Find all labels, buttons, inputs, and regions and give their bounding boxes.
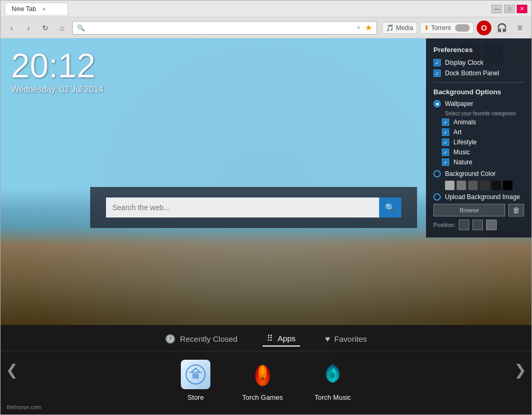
torch-games-svg [249,360,276,389]
torrent-toggle[interactable] [455,24,470,32]
torrent-icon: ⬆ [424,24,429,32]
browser-tab[interactable]: New Tab × [5,3,68,15]
dock-left-arrow[interactable]: ❮ [6,361,18,379]
swatch-5[interactable] [491,181,501,190]
media-label: Media [396,24,413,32]
clock-date: Wednesday, 02 Jul 2014 [11,85,103,94]
swatch-3[interactable] [468,181,478,190]
home-btn[interactable]: ⌂ [55,21,69,35]
swatch-1[interactable] [445,181,454,190]
bg-color-option[interactable]: Background Color [433,170,524,177]
bookmark-star-icon[interactable]: ★ [365,23,372,33]
svg-point-4 [260,366,265,374]
dock-bottom-option[interactable]: Dock Bottom Panel [433,70,524,77]
search-container: 🔍 [90,187,417,228]
bg-color-label: Background Color [445,170,496,177]
torch-music-label: Torch Music [314,393,351,401]
bg-options-title: Background Options [433,88,524,96]
app-torch-games[interactable]: Torch Games [242,360,283,401]
nature-checkbox[interactable] [442,159,449,166]
torrent-btn[interactable]: ⬆ Torrent [420,22,473,34]
display-clock-checkbox[interactable] [433,59,441,66]
nav-bar: ‹ › ↻ ⌂ 🔍 ▼ ★ 🎵 Media ⬆ Torrent O 🎧 ≡ [1,17,531,38]
lifestyle-checkbox[interactable] [442,139,449,146]
torrent-label: Torrent [431,24,451,32]
svg-point-6 [330,372,335,379]
clock-time: 20:12 [11,49,103,83]
app-torch-music[interactable]: Torch Music [314,360,351,401]
browser-menu-btn[interactable]: ≡ [512,21,527,35]
svg-point-5 [261,377,264,380]
preferences-panel: Preferences Display Clock Dock Bottom Pa… [426,38,531,238]
dock-bottom-checkbox[interactable] [433,70,441,77]
browser-window: New Tab × — □ ✕ ‹ › ↻ ⌂ 🔍 ▼ ★ 🎵 Media ⬆ [0,0,532,415]
category-music[interactable]: Music [442,149,524,156]
position-icon-2[interactable] [472,220,483,230]
tab-favorites[interactable]: ♥ Favorites [321,332,371,346]
close-btn[interactable]: ✕ [517,5,527,13]
category-lifestyle[interactable]: Lifestyle [442,139,524,146]
clock-area: 20:12 Wednesday, 02 Jul 2014 [11,49,103,94]
wallpaper-radio[interactable] [433,100,441,107]
recently-closed-icon: 🕐 [165,334,176,344]
display-clock-option[interactable]: Display Clock [433,59,524,66]
dock-apps: ❮ Store [1,351,531,410]
maximize-btn[interactable]: □ [504,5,515,13]
window-controls: — □ ✕ [491,5,527,13]
svg-rect-1 [192,373,199,379]
headphone-btn[interactable]: 🎧 [495,21,509,35]
store-svg [185,364,206,385]
wallpaper-option[interactable]: Wallpaper [433,100,524,107]
reload-btn[interactable]: ↻ [38,21,52,35]
store-icon [181,360,210,389]
store-label: Store [188,393,204,401]
address-bar[interactable]: 🔍 ▼ ★ [72,21,377,35]
prefs-divider [433,82,524,83]
category-art[interactable]: Art [442,129,524,136]
media-icon: 🎵 [386,24,394,32]
position-icon-1[interactable] [459,220,469,230]
position-icon-3[interactable] [486,220,497,230]
search-input[interactable] [106,197,379,218]
dropdown-icon: ▼ [355,24,362,32]
search-button[interactable]: 🔍 [379,197,401,218]
tab-close-btn[interactable]: × [42,6,45,12]
upload-bg-option[interactable]: Upload Background Image [433,193,524,201]
minimize-btn[interactable]: — [491,5,502,13]
watermark: filehorse.com [7,404,41,410]
tab-apps[interactable]: ⠿ Apps [263,331,299,347]
apps-label: Apps [277,334,295,343]
bg-color-radio[interactable] [433,170,441,177]
browse-btn[interactable]: Browse [433,204,505,216]
music-checkbox[interactable] [442,149,449,156]
swatch-4[interactable] [480,181,489,190]
wallpaper-label: Wallpaper [445,100,473,107]
swatch-2[interactable] [457,181,466,190]
display-clock-label: Display Clock [445,59,483,66]
position-label: Position: [433,222,456,228]
opera-btn[interactable]: O [477,21,491,35]
app-store[interactable]: Store [181,360,210,401]
media-btn[interactable]: 🎵 Media [382,22,417,34]
bottom-dock: 🕐 Recently Closed ⠿ Apps ♥ Favorites ❮ [1,325,531,414]
torch-music-svg [320,360,346,389]
address-input[interactable] [85,24,353,32]
back-btn[interactable]: ‹ [5,21,18,35]
swatch-6[interactable] [503,181,512,190]
tab-recently-closed[interactable]: 🕐 Recently Closed [161,332,241,346]
art-checkbox[interactable] [442,129,449,136]
recently-closed-label: Recently Closed [180,334,237,343]
category-animals[interactable]: Animals [442,118,524,126]
preferences-title: Preferences [433,46,524,54]
dock-right-arrow[interactable]: ❯ [514,361,526,379]
torch-music-icon [318,360,347,389]
dock-bottom-label: Dock Bottom Panel [445,70,499,77]
animals-checkbox[interactable] [442,118,449,126]
category-nature[interactable]: Nature [442,159,524,166]
delete-btn[interactable]: 🗑 [508,204,524,216]
upload-bg-radio[interactable] [433,193,441,201]
dock-tabs: 🕐 Recently Closed ⠿ Apps ♥ Favorites [1,325,531,351]
forward-btn[interactable]: › [22,21,35,35]
torch-games-icon [248,360,277,389]
apps-icon: ⠿ [267,333,273,343]
